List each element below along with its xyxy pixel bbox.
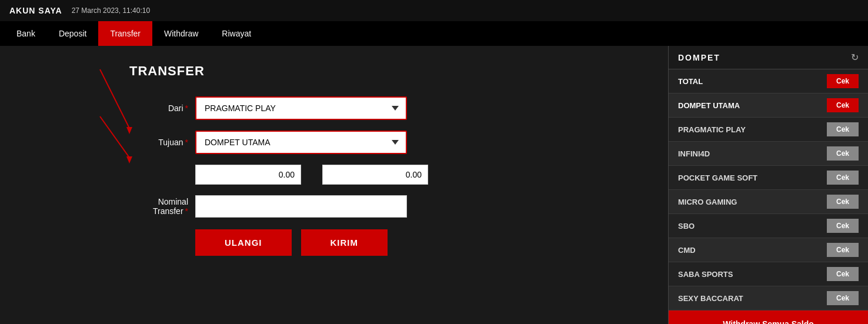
nav-transfer[interactable]: Transfer [98,21,152,46]
svg-marker-3 [126,156,132,163]
nominal-label: Nominal Transfer* [129,197,188,216]
sbo-cek-button[interactable]: Cek [827,219,859,233]
nominal-input[interactable] [195,195,407,218]
arrow-decoration [82,64,153,183]
dompet-header: DOMPET ↻ [669,46,868,69]
list-item: INFINI4D Cek [669,142,868,166]
list-item: SBO Cek [669,214,868,238]
dari-row: Dari* PRAGMATIC PLAY DOMPET UTAMA INFINI… [129,96,645,120]
list-item: CMD Cek [669,238,868,262]
dompet-item-label: SEXY BACCARAT [678,294,743,303]
content-area: TRANSFER Dari* PRAGMATIC PLAY DOMPET UTA… [0,46,668,324]
dari-required: * [185,103,188,113]
nominal-required: * [185,206,188,216]
kirim-button[interactable]: KIRIM [301,229,388,256]
action-row: ULANGI KIRIM [195,229,645,256]
balance-to-input[interactable] [322,165,428,185]
saba-cek-button[interactable]: Cek [827,267,859,281]
tujuan-required: * [185,138,188,147]
ulangi-button[interactable]: ULANGI [195,229,292,256]
total-cek-button[interactable]: Cek [827,74,859,88]
brand-name: AKUN SAYA [9,6,62,15]
cmd-cek-button[interactable]: Cek [827,243,859,257]
dompet-utama-cek-button[interactable]: Cek [827,98,859,112]
dompet-total-label: TOTAL [678,77,703,86]
arrow-svg [82,64,153,181]
transfer-section: TRANSFER Dari* PRAGMATIC PLAY DOMPET UTA… [129,64,645,256]
pragmatic-cek-button[interactable]: Cek [827,122,859,136]
dompet-utama-row: DOMPET UTAMA Cek [669,93,868,118]
header-bar: AKUN SAYA 27 March 2023, 11:40:10 [0,0,868,21]
dompet-item-label: MICRO GAMING [678,198,737,206]
microgaming-cek-button[interactable]: Cek [827,195,859,209]
dompet-title: DOMPET [678,53,720,62]
balance-from-input[interactable] [195,165,301,185]
dompet-item-label: SBO [678,222,695,231]
nav-bar: Bank Deposit Transfer Withdraw Riwayat [0,21,868,46]
infini4d-cek-button[interactable]: Cek [827,146,859,161]
tujuan-select[interactable]: DOMPET UTAMA PRAGMATIC PLAY INFINI4D POC… [195,131,407,154]
dompet-item-label: INFINI4D [678,149,710,158]
dompet-total-row: TOTAL Cek [669,69,868,93]
transfer-title: TRANSFER [129,64,645,79]
nav-riwayat[interactable]: Riwayat [210,21,263,46]
svg-marker-1 [126,127,132,134]
list-item: SEXY BACCARAT Cek [669,286,868,310]
dompet-utama-label: DOMPET UTAMA [678,101,740,110]
dompet-scroll-area: PRAGMATIC PLAY Cek INFINI4D Cek POCKET G… [669,118,868,310]
header-datetime: 27 March 2023, 11:40:10 [72,6,150,15]
svg-line-2 [100,116,129,158]
list-item: PRAGMATIC PLAY Cek [669,118,868,142]
dompet-item-label: CMD [678,246,696,255]
list-item: SABA SPORTS Cek [669,262,868,286]
dompet-item-label: PRAGMATIC PLAY [678,125,746,134]
dompet-item-label: SABA SPORTS [678,270,733,279]
list-item: POCKET GAME SOFT Cek [669,166,868,190]
nav-bank[interactable]: Bank [5,21,47,46]
list-item: MICRO GAMING Cek [669,190,868,214]
nav-withdraw[interactable]: Withdraw [152,21,210,46]
withdraw-all-button[interactable]: Withdraw Semua Saldo [669,310,868,324]
dompet-item-label: POCKET GAME SOFT [678,173,757,182]
nav-deposit[interactable]: Deposit [47,21,98,46]
tujuan-row: Tujuan* DOMPET UTAMA PRAGMATIC PLAY INFI… [129,131,645,154]
pgs-cek-button[interactable]: Cek [827,171,859,185]
refresh-icon[interactable]: ↻ [851,52,859,63]
dari-select[interactable]: PRAGMATIC PLAY DOMPET UTAMA INFINI4D POC… [195,96,407,120]
main-layout: TRANSFER Dari* PRAGMATIC PLAY DOMPET UTA… [0,46,868,324]
balance-row [195,165,645,185]
svg-line-0 [100,69,129,128]
dompet-sidebar: DOMPET ↻ TOTAL Cek DOMPET UTAMA Cek PRAG… [668,46,868,324]
withdraw-all-label: Withdraw Semua Saldo [723,319,814,324]
nominal-row: Nominal Transfer* [129,195,645,218]
sexy-baccarat-cek-button[interactable]: Cek [827,291,859,305]
